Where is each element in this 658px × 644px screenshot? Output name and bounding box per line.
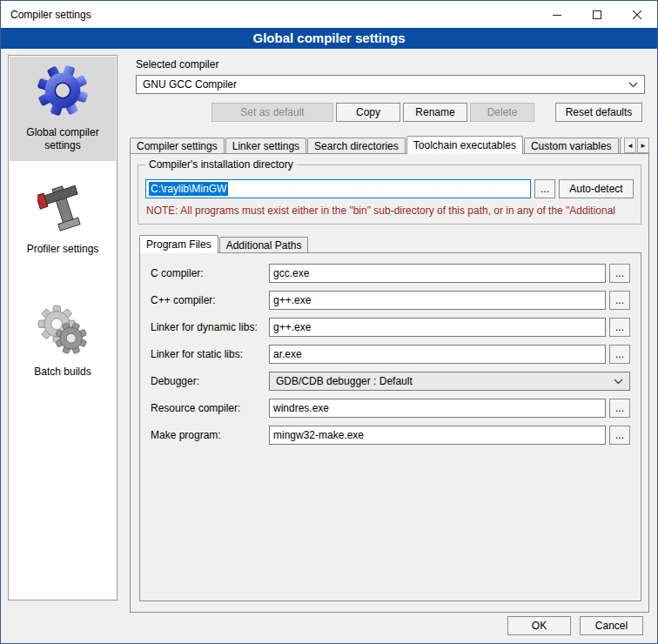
cpp-compiler-input[interactable] bbox=[269, 291, 606, 310]
titlebar: Compiler settings bbox=[1, 1, 657, 28]
rename-button[interactable]: Rename bbox=[403, 103, 467, 122]
program-files-tabstrip: Program Files Additional Paths bbox=[139, 235, 641, 253]
tab-compiler-settings[interactable]: Compiler settings bbox=[130, 138, 225, 154]
maximize-icon bbox=[593, 10, 601, 19]
minimize-icon bbox=[553, 10, 561, 19]
sidebar-item-label: Global compiler settings bbox=[11, 126, 114, 152]
dialog-footer: OK Cancel bbox=[507, 616, 643, 635]
cpp-compiler-row: C++ compiler: ... bbox=[151, 291, 630, 310]
subtab-additional-paths[interactable]: Additional Paths bbox=[219, 237, 309, 253]
c-compiler-input[interactable] bbox=[269, 264, 606, 283]
close-button[interactable] bbox=[617, 1, 657, 28]
browse-directory-button[interactable]: ... bbox=[534, 179, 555, 198]
tab-search-directories[interactable]: Search directories bbox=[307, 138, 406, 154]
sidebar-item-profiler-settings[interactable]: Profiler settings bbox=[10, 173, 116, 265]
compiler-actions: Set as default Copy Rename Delete Reset … bbox=[136, 103, 642, 122]
make-program-row: Make program: ... bbox=[151, 426, 630, 445]
debugger-select-value: GDB/CDB debugger : Default bbox=[276, 375, 413, 387]
browse-static-linker-button[interactable]: ... bbox=[609, 345, 630, 364]
resource-compiler-row: Resource compiler: ... bbox=[151, 399, 630, 418]
chevron-down-icon bbox=[628, 82, 638, 88]
c-compiler-label: C compiler: bbox=[151, 267, 269, 279]
page-title: Global compiler settings bbox=[1, 28, 657, 49]
minimize-button[interactable] bbox=[537, 1, 577, 28]
installation-directory-group-title: Compiler's installation directory bbox=[145, 158, 297, 171]
tab-scroll-left-button[interactable]: ◄ bbox=[624, 138, 636, 153]
reset-defaults-button[interactable]: Reset defaults bbox=[555, 103, 642, 122]
window-controls bbox=[537, 1, 657, 28]
debugger-select[interactable]: GDB/CDB debugger : Default bbox=[269, 372, 630, 391]
browse-resource-compiler-button[interactable]: ... bbox=[609, 399, 630, 418]
compiler-select-value: GNU GCC Compiler bbox=[143, 78, 237, 91]
sidebar-item-global-compiler-settings[interactable]: Global compiler settings bbox=[10, 57, 116, 161]
subtab-program-files[interactable]: Program Files bbox=[139, 235, 218, 253]
right-arrow-icon: ► bbox=[640, 142, 647, 150]
profiler-icon bbox=[37, 180, 88, 234]
copy-button[interactable]: Copy bbox=[336, 103, 400, 122]
tab-scroll-controls: ◄ ► bbox=[622, 138, 649, 153]
selected-compiler-label: Selected compiler bbox=[136, 58, 651, 70]
gear-icon bbox=[36, 64, 90, 117]
debugger-row: Debugger: GDB/CDB debugger : Default bbox=[151, 372, 630, 391]
window-title: Compiler settings bbox=[1, 9, 91, 21]
delete-button: Delete bbox=[470, 103, 534, 122]
browse-c-compiler-button[interactable]: ... bbox=[609, 264, 630, 283]
ok-button[interactable]: OK bbox=[507, 616, 571, 635]
installation-directory-row: C:\raylib\MinGW ... Auto-detect bbox=[145, 179, 634, 198]
resource-compiler-input[interactable] bbox=[269, 399, 606, 418]
resource-compiler-label: Resource compiler: bbox=[151, 402, 269, 414]
program-files-panel: C compiler: ... C++ compiler: ... Linker… bbox=[139, 252, 641, 601]
auto-detect-button[interactable]: Auto-detect bbox=[559, 179, 634, 198]
sidebar-item-label: Profiler settings bbox=[27, 243, 99, 256]
tab-scroll-right-button[interactable]: ► bbox=[637, 138, 649, 153]
browse-cpp-compiler-button[interactable]: ... bbox=[609, 291, 630, 310]
browse-dynamic-linker-button[interactable]: ... bbox=[609, 318, 630, 337]
toolchain-executables-panel: Compiler's installation directory C:\ray… bbox=[130, 153, 649, 613]
tab-toolchain-executables[interactable]: Toolchain executables bbox=[406, 136, 523, 154]
installation-directory-input[interactable]: C:\raylib\MinGW bbox=[145, 179, 531, 198]
batch-builds-icon bbox=[36, 303, 90, 357]
cpp-compiler-label: C++ compiler: bbox=[151, 294, 269, 306]
main-panel: Selected compiler GNU GCC Compiler Set a… bbox=[127, 55, 651, 613]
tab-custom-variables[interactable]: Custom variables bbox=[524, 138, 619, 154]
left-arrow-icon: ◄ bbox=[627, 142, 634, 150]
browse-make-program-button[interactable]: ... bbox=[609, 426, 630, 445]
sidebar-item-batch-builds[interactable]: Batch builds bbox=[10, 296, 116, 387]
installation-directory-group: Compiler's installation directory C:\ray… bbox=[138, 164, 641, 225]
compiler-settings-window: Compiler settings Global compiler settin… bbox=[0, 0, 658, 644]
debugger-label: Debugger: bbox=[151, 375, 269, 387]
dynamic-linker-row: Linker for dynamic libs: ... bbox=[151, 318, 630, 337]
close-icon bbox=[633, 10, 641, 19]
dynamic-linker-label: Linker for dynamic libs: bbox=[151, 321, 269, 333]
settings-tabstrip: Compiler settings Linker settings Search… bbox=[130, 136, 649, 154]
set-as-default-button: Set as default bbox=[212, 103, 333, 122]
tab-linker-settings[interactable]: Linker settings bbox=[225, 138, 306, 154]
chevron-down-icon bbox=[614, 379, 623, 385]
maximize-button[interactable] bbox=[577, 1, 617, 28]
dynamic-linker-input[interactable] bbox=[269, 318, 606, 337]
static-linker-row: Linker for static libs: ... bbox=[151, 345, 630, 364]
note-text: NOTE: All programs must exist either in … bbox=[146, 205, 634, 217]
sidebar-item-label: Batch builds bbox=[34, 366, 91, 379]
settings-sidebar: Global compiler settings Profiler settin… bbox=[8, 55, 118, 600]
static-linker-label: Linker for static libs: bbox=[151, 348, 269, 360]
make-program-label: Make program: bbox=[151, 429, 269, 441]
static-linker-input[interactable] bbox=[269, 345, 606, 364]
c-compiler-row: C compiler: ... bbox=[151, 264, 630, 283]
make-program-input[interactable] bbox=[269, 426, 606, 445]
selected-text: C:\raylib\MinGW bbox=[149, 182, 228, 196]
compiler-select[interactable]: GNU GCC Compiler bbox=[136, 75, 645, 94]
cancel-button[interactable]: Cancel bbox=[580, 616, 643, 635]
